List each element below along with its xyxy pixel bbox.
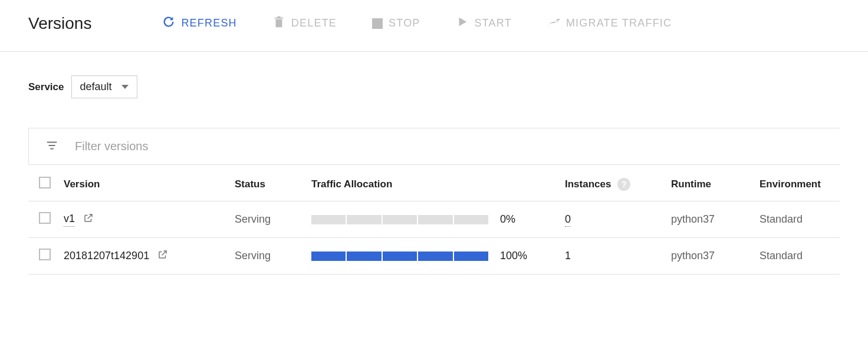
help-icon[interactable]: ? xyxy=(617,178,630,191)
stop-label: STOP xyxy=(389,17,420,29)
status-cell: Serving xyxy=(228,201,304,238)
select-all-checkbox[interactable] xyxy=(39,177,51,188)
delete-button[interactable]: DELETE xyxy=(272,12,337,35)
external-link-icon[interactable] xyxy=(83,213,94,226)
external-link-icon[interactable] xyxy=(157,249,168,263)
toolbar: REFRESH DELETE STOP START MIGRATE TRAFFI… xyxy=(162,12,672,35)
column-header-status[interactable]: Status xyxy=(228,165,304,201)
start-label: START xyxy=(475,17,512,29)
column-header-environment[interactable]: Environment xyxy=(752,165,840,201)
version-name[interactable]: v1 xyxy=(64,213,75,227)
environment-cell: Standard xyxy=(752,238,840,274)
traffic-percent: 100% xyxy=(500,250,527,262)
instances-value[interactable]: 0 xyxy=(565,213,571,227)
traffic-bar xyxy=(311,252,488,261)
service-selected-value: default xyxy=(80,81,112,93)
page-title: Versions xyxy=(28,14,91,33)
filter-bar xyxy=(28,128,840,165)
traffic-bar xyxy=(311,215,488,224)
instances-header-label: Instances xyxy=(565,178,611,190)
row-checkbox[interactable] xyxy=(39,212,51,224)
status-cell: Serving xyxy=(228,238,304,274)
refresh-icon xyxy=(162,15,175,31)
row-checkbox[interactable] xyxy=(39,249,51,260)
traffic-percent: 0% xyxy=(500,213,515,226)
runtime-cell: python37 xyxy=(664,201,752,238)
service-select[interactable]: default xyxy=(71,75,137,98)
column-header-version[interactable]: Version xyxy=(57,165,228,201)
column-header-instances[interactable]: Instances ? xyxy=(558,165,664,201)
runtime-cell: python37 xyxy=(664,238,752,274)
service-label: Service xyxy=(28,81,64,93)
environment-cell: Standard xyxy=(752,201,840,238)
instances-value: 1 xyxy=(565,250,571,262)
refresh-button[interactable]: REFRESH xyxy=(162,12,236,35)
trash-icon xyxy=(272,15,285,31)
start-button[interactable]: START xyxy=(456,12,512,35)
column-header-traffic[interactable]: Traffic Allocation xyxy=(304,165,558,201)
filter-icon xyxy=(45,139,58,154)
play-icon xyxy=(456,15,469,31)
filter-input[interactable] xyxy=(75,140,823,153)
table-row: v1Serving0%0python37Standard xyxy=(28,201,840,238)
version-name: 20181207t142901 xyxy=(64,250,149,262)
stop-button[interactable]: STOP xyxy=(372,14,420,33)
migrate-label: MIGRATE TRAFFIC xyxy=(566,17,672,29)
refresh-label: REFRESH xyxy=(181,17,236,29)
migrate-traffic-button[interactable]: MIGRATE TRAFFIC xyxy=(547,12,672,35)
column-header-runtime[interactable]: Runtime xyxy=(664,165,752,201)
versions-table: Version Status Traffic Allocation Instan… xyxy=(28,165,840,274)
chevron-down-icon xyxy=(121,85,129,89)
migrate-icon xyxy=(547,15,560,31)
delete-label: DELETE xyxy=(291,17,337,29)
stop-icon xyxy=(372,18,383,29)
table-row: 20181207t142901Serving100%1python37Stand… xyxy=(28,238,840,274)
